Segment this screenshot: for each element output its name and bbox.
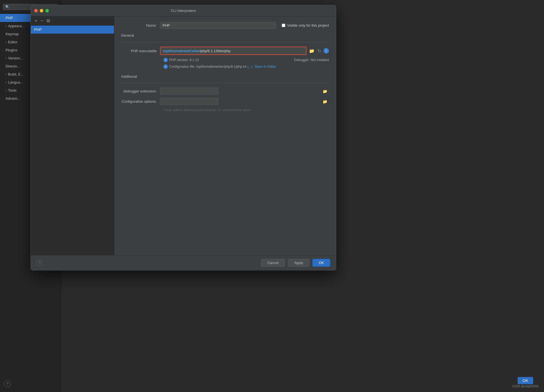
exec-actions: 📁 ↻ i [308,47,329,54]
interpreter-list: PHP [31,26,114,255]
config-options-label: Configuration options: [121,99,160,104]
dialog-title: CLI Interpreters [171,9,196,13]
interpreter-item-label: PHP [34,27,42,32]
debugger-status-label: Debugger: Not installed [294,58,329,62]
csdn-watermark: CSDN @wul@55555 [512,385,538,388]
sidebar-item-label: Langua... [8,80,23,84]
help-icon: ? [6,382,8,386]
refresh-icon: ↻ [318,48,321,54]
copy-interpreter-button[interactable]: ⧉ [46,18,51,24]
sidebar-item-label: Advanc... [6,96,21,100]
info-circle-icon: i [163,58,168,62]
name-input[interactable] [160,22,276,29]
expand-arrow-icon: › [6,56,7,60]
remove-interpreter-button[interactable]: − [39,18,44,24]
help-button[interactable]: ? [4,380,11,387]
traffic-lights [34,9,49,12]
minimize-button[interactable] [40,9,43,12]
browse-folder-button[interactable]: 📁 [308,47,315,54]
info-icon: i [326,49,327,53]
search-icon: 🔍 [5,5,9,9]
dialog-right-panel: Name: Visible only for this project Gene… [114,16,336,255]
dialog-titlebar: CLI Interpreters [31,5,336,16]
info-detail-button[interactable]: i [323,48,329,54]
sidebar-item-label: Appeara... [8,24,25,28]
sidebar-item-label: Build, E... [8,72,24,76]
dialog-toolbar: + − ⧉ [31,16,114,26]
help-question-icon: ? [39,261,41,265]
dialog-left-panel: + − ⧉ PHP [31,16,114,255]
interpreter-item-php[interactable]: PHP [31,26,114,34]
folder-icon-config: 📁 [323,99,327,104]
additional-section-header: Additional [121,74,329,83]
cancel-button[interactable]: Cancel [261,259,285,267]
maximize-button[interactable] [45,9,49,12]
add-interpreter-button[interactable]: + [34,18,38,24]
additional-title: Additional [121,74,137,80]
open-in-editor-link[interactable]: Open in Editor [255,65,276,69]
config-options-row: Configuration options: 📁 [121,98,329,105]
name-label: Name: [121,23,160,27]
expand-arrow-icon: › [6,89,7,92]
config-options-hint: These options will be passed using the "… [163,108,329,112]
php-executable-label: PHP executable [121,49,160,53]
config-file-row: i Configuration file: /opt/homebrew/etc/… [163,64,329,69]
close-button[interactable] [34,9,38,12]
expand-arrow-icon: › [6,81,7,84]
php-executable-input-wrapper: /opt/homebrew/Cellar/php/8.1.13/bin/php [160,47,306,55]
config-file-ellipsis[interactable]: (...) [248,65,253,69]
section-divider [121,42,329,42]
debugger-extension-row: Debugger extension: 📁 [121,88,329,95]
expand-arrow-icon: › [6,24,7,28]
config-options-input[interactable] [160,98,218,105]
sidebar-item-label: Plugins [6,48,18,52]
php-version-label: PHP version: 8.1.13 [169,58,199,62]
debugger-ext-input[interactable] [160,88,218,95]
config-file-label: Configuration file: /opt/homebrew/etc/ph… [169,65,246,69]
refresh-button[interactable]: ↻ [317,47,322,54]
main-ok-label[interactable]: OK [518,377,533,384]
debugger-ext-label: Debugger extension: [121,89,160,93]
main-ok-area: OK CSDN @wul@55555 [512,377,538,388]
dialog-body: + − ⧉ PHP Name: Visib [31,16,336,255]
php-exec-highlighted-part: /opt/homebrew/Cellar [163,49,199,53]
preferences-background: 🔍 PHP › Appeara... Keymap › Editor Plugi… [0,0,544,392]
additional-divider [121,83,329,83]
folder-icon-debugger: 📁 [323,89,327,94]
visible-only-label: Visible only for this project [287,23,329,27]
expand-arrow-icon: › [6,72,7,76]
visible-only-checkbox[interactable] [282,24,285,27]
visible-only-row: Visible only for this project [282,23,329,27]
php-executable-display[interactable]: /opt/homebrew/Cellar/php/8.1.13/bin/php [160,47,306,55]
general-section-header: General [121,33,329,42]
php-executable-row: PHP executable /opt/homebrew/Cellar/php/… [121,47,329,55]
sidebar-item-label: PHP [6,16,13,20]
php-version-row: i PHP version: 8.1.13 Debugger: Not inst… [163,58,329,62]
folder-icon: 📁 [309,48,315,54]
sidebar-item-label: Tools [8,88,16,92]
apply-button[interactable]: Apply [288,259,310,267]
sidebar-item-label: Editor [8,40,18,44]
additional-section: Additional Debugger extension: 📁 Config [121,74,329,112]
config-options-input-wrapper: 📁 [160,98,329,105]
expand-arrow-icon: › [6,40,7,44]
dialog-help-button[interactable]: ? [36,260,43,266]
dialog-footer: ? Cancel Apply OK [31,255,336,270]
ok-button[interactable]: OK [312,259,330,267]
name-row: Name: Visible only for this project [121,22,329,29]
php-exec-rest-part: /php/8.1.13/bin/php [199,49,230,53]
sidebar-item-label: Version... [8,56,23,60]
cli-interpreters-dialog: CLI Interpreters + − ⧉ PHP [31,5,336,270]
debugger-ext-input-wrapper: 📁 [160,88,329,95]
general-title: General [121,33,134,39]
info-circle-icon-2: i [163,64,168,69]
sidebar-item-label: Directo... [6,64,20,68]
sidebar-item-label: Keymap [6,32,19,36]
